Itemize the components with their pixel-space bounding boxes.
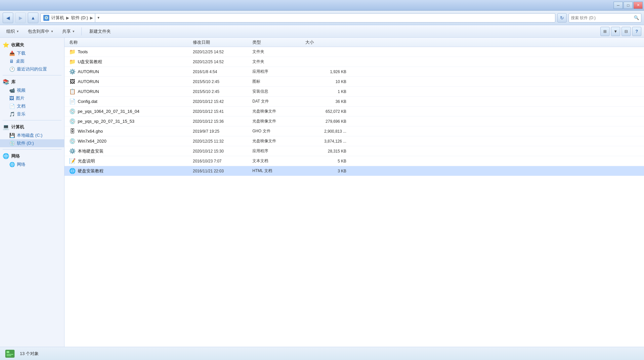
sidebar-item-pictures[interactable]: 🖼 图片: [0, 94, 64, 102]
file-type-8: GHO 文件: [252, 128, 305, 134]
table-row[interactable]: ⚙️ 本地硬盘安装 2020/10/12 15:30 应用程序 28,315 K…: [64, 146, 644, 156]
col-header-type[interactable]: 类型: [252, 39, 305, 45]
file-icon-2: ⚙️: [69, 68, 76, 75]
table-row[interactable]: 🖼 AUTORUN 2015/5/10 2:45 图标 10 KB: [64, 77, 644, 87]
file-date-9: 2020/12/25 11:32: [193, 139, 252, 144]
share-label: 共享: [62, 28, 71, 34]
file-type-4: 安装信息: [252, 89, 305, 94]
table-row[interactable]: 📁 U盘安装教程 2020/12/25 14:52 文件夹: [64, 57, 644, 67]
preview-pane-button[interactable]: ⊟: [622, 27, 631, 36]
maximize-button[interactable]: □: [623, 2, 633, 9]
file-name-4: 📋 AUTORUN: [67, 88, 193, 95]
sidebar-item-video-label: 视频: [17, 87, 25, 93]
file-size-3: 10 KB: [305, 79, 352, 84]
sidebar-item-music[interactable]: 🎵 音乐: [0, 110, 64, 118]
svg-rect-0: [5, 350, 15, 358]
file-name-5: 📄 Config.dat: [67, 98, 193, 105]
file-type-9: 光盘映像文件: [252, 138, 305, 144]
sidebar-item-local-c-label: 本地磁盘 (C:): [17, 132, 42, 138]
search-bar: 🔍: [569, 13, 641, 22]
file-icon-10: ⚙️: [69, 148, 76, 155]
table-row[interactable]: 💿 pe_yqs_xp_20_07_31_15_53 2020/10/12 15…: [64, 116, 644, 126]
back-button[interactable]: ◀: [3, 13, 13, 23]
organize-button[interactable]: 组织 ▼: [3, 26, 23, 36]
file-date-3: 2015/5/10 2:45: [193, 79, 252, 84]
file-date-8: 2019/9/7 19:25: [193, 129, 252, 134]
organize-arrow-icon: ▼: [16, 30, 19, 33]
file-date-4: 2015/5/10 2:45: [193, 89, 252, 94]
sidebar-item-software-d[interactable]: 💿 软件 (D:): [0, 139, 64, 147]
sidebar: ⭐ 收藏夹 📥 下载 🖥 桌面 🕐 最近访问的位置 📚 库: [0, 38, 64, 347]
table-row[interactable]: 🌐 硬盘安装教程 2016/11/21 22:03 HTML 文档 3 KB: [64, 166, 644, 176]
file-type-12: HTML 文档: [252, 168, 305, 174]
file-icon-3: 🖼: [69, 78, 76, 85]
search-icon[interactable]: 🔍: [634, 15, 639, 20]
navigation-bar: ◀ ▶ ▲ 💿 计算机 ▶ 软件 (D:) ▶ ▼ ↻ 🔍: [0, 11, 644, 25]
close-button[interactable]: ✕: [633, 2, 643, 9]
minimize-button[interactable]: ─: [614, 2, 623, 9]
file-size-11: 5 KB: [305, 159, 352, 163]
downloads-icon: 📥: [9, 51, 15, 56]
file-type-11: 文本文档: [252, 158, 305, 164]
file-rows-container: 📁 Tools 2020/12/25 14:52 文件夹 📁 U盘安装教程 20…: [64, 47, 644, 176]
view-button[interactable]: ⊞: [600, 27, 610, 36]
table-row[interactable]: 💿 pe_yqs_1064_20_07_31_16_04 2020/10/12 …: [64, 107, 644, 116]
sidebar-item-pictures-label: 图片: [16, 95, 24, 101]
documents-icon: 📄: [9, 104, 15, 109]
up-button[interactable]: ▲: [28, 13, 38, 23]
file-name-11: 📝 光盘说明: [67, 158, 193, 164]
file-type-6: 光盘映像文件: [252, 109, 305, 114]
file-icon-1: 📁: [69, 59, 76, 65]
breadcrumb-sep2: ▶: [90, 16, 93, 20]
sidebar-item-video[interactable]: 📹 视频: [0, 86, 64, 94]
help-button[interactable]: ?: [632, 27, 641, 36]
file-name-10: ⚙️ 本地硬盘安装: [67, 148, 193, 155]
sidebar-item-downloads[interactable]: 📥 下载: [0, 49, 64, 57]
table-row[interactable]: 💿 Win7x64_2020 2020/12/25 11:32 光盘映像文件 3…: [64, 136, 644, 146]
file-name-6: 💿 pe_yqs_1064_20_07_31_16_04: [67, 108, 193, 115]
table-row[interactable]: 🗄 Win7x64.gho 2019/9/7 19:25 GHO 文件 2,90…: [64, 126, 644, 136]
file-type-0: 文件夹: [252, 49, 305, 55]
sidebar-item-desktop[interactable]: 🖥 桌面: [0, 57, 64, 65]
sidebar-library-section: 📚 库 📹 视频 🖼 图片 📄 文档 🎵 音乐: [0, 77, 64, 118]
breadcrumb-drive[interactable]: 软件 (D:): [71, 15, 88, 21]
sidebar-item-local-c[interactable]: 💾 本地磁盘 (C:): [0, 131, 64, 139]
sidebar-item-network[interactable]: 🌐 网络: [0, 160, 64, 168]
video-icon: 📹: [9, 88, 15, 93]
forward-button[interactable]: ▶: [15, 13, 26, 23]
file-type-5: DAT 文件: [252, 99, 305, 104]
file-type-7: 光盘映像文件: [252, 118, 305, 124]
refresh-button[interactable]: ↻: [557, 13, 567, 22]
share-button[interactable]: 共享 ▼: [59, 26, 79, 36]
file-icon-4: 📋: [69, 88, 76, 95]
col-header-size[interactable]: 大小: [305, 39, 352, 45]
music-icon: 🎵: [9, 112, 15, 117]
table-row[interactable]: ⚙️ AUTORUN 2016/1/8 4:54 应用程序 1,926 KB: [64, 67, 644, 77]
view-dropdown-button[interactable]: ▼: [611, 27, 620, 36]
file-type-1: 文件夹: [252, 59, 305, 65]
file-date-10: 2020/10/12 15:30: [193, 149, 252, 154]
file-name-3: 🖼 AUTORUN: [67, 78, 193, 85]
include-library-label: 包含到库中: [28, 28, 49, 34]
table-row[interactable]: 📁 Tools 2020/12/25 14:52 文件夹: [64, 47, 644, 57]
col-header-date[interactable]: 修改日期: [193, 39, 252, 45]
main-layout: ⭐ 收藏夹 📥 下载 🖥 桌面 🕐 最近访问的位置 📚 库: [0, 38, 644, 347]
col-header-name[interactable]: 名称: [67, 39, 193, 45]
sidebar-item-recent[interactable]: 🕐 最近访问的位置: [0, 65, 64, 73]
table-row[interactable]: 📝 光盘说明 2016/10/23 7:07 文本文档 5 KB: [64, 156, 644, 166]
search-input[interactable]: [571, 16, 632, 20]
address-dropdown-button[interactable]: ▼: [95, 14, 102, 22]
new-folder-label: 新建文件夹: [89, 28, 111, 34]
new-folder-button[interactable]: 新建文件夹: [86, 26, 114, 36]
desktop-icon: 🖥: [9, 59, 14, 64]
file-date-6: 2020/10/12 15:41: [193, 109, 252, 114]
table-row[interactable]: 📋 AUTORUN 2015/5/10 2:45 安装信息 1 KB: [64, 87, 644, 97]
sidebar-item-documents[interactable]: 📄 文档: [0, 102, 64, 110]
file-list-header: 名称 修改日期 类型 大小: [64, 38, 644, 47]
file-type-10: 应用程序: [252, 148, 305, 154]
table-row[interactable]: 📄 Config.dat 2020/10/12 15:42 DAT 文件 36 …: [64, 97, 644, 107]
include-library-button[interactable]: 包含到库中 ▼: [24, 26, 57, 36]
file-size-12: 3 KB: [305, 169, 352, 173]
breadcrumb-computer[interactable]: 计算机: [51, 15, 64, 21]
library-icon: 📚: [3, 79, 9, 85]
